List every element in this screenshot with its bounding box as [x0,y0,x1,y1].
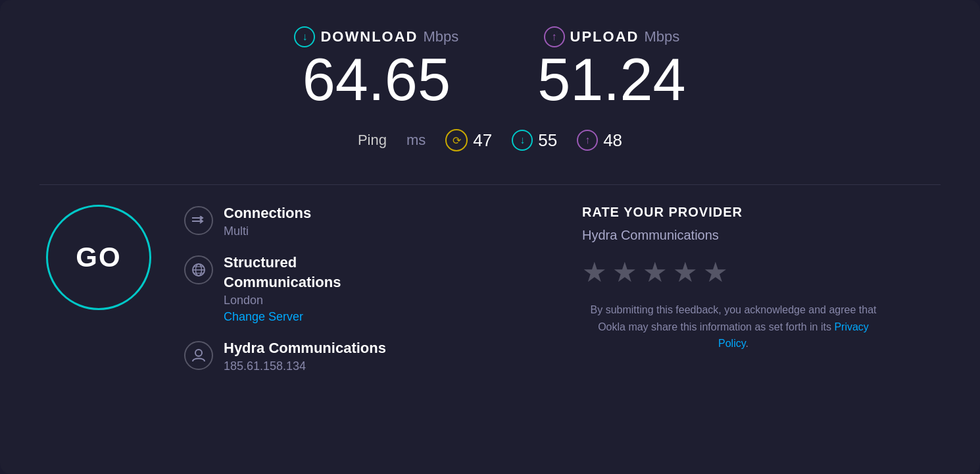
feedback-text: By submitting this feedback, you acknowl… [582,302,885,352]
download-value: 64.65 [303,50,451,109]
download-icon: ↓ [294,26,315,47]
stars-row: ★ ★ ★ ★ ★ [582,256,941,288]
star-2[interactable]: ★ [612,256,637,288]
info-list: Connections Multi [184,205,543,373]
upload-ping-value: 48 [603,130,622,151]
upload-label: UPLOAD [570,28,639,45]
server-title-line2: Communications [224,274,341,291]
upload-icon: ↑ [544,26,565,47]
rating-provider: Hydra Communications [582,228,941,243]
connections-value: Multi [224,224,311,238]
connections-title: Connections [224,205,311,222]
ping-unit: ms [406,132,426,149]
go-button[interactable]: GO [46,205,151,310]
rate-title: RATE YOUR PROVIDER [582,205,941,220]
server-globe-icon [184,255,213,284]
info-columns: Connections Multi [184,205,941,373]
idle-ping-value: 47 [473,130,492,151]
isp-text: Hydra Communications 185.61.158.134 [224,340,386,373]
ping-row: Ping ms ⟳ 47 ↓ 55 ↑ 48 [39,129,941,151]
download-label-row: ↓ DOWNLOAD Mbps [294,26,458,47]
upload-ping-icon: ↑ [577,130,598,151]
server-text: Structured Communications London Change … [224,254,341,324]
download-unit: Mbps [423,28,458,45]
download-ping-value: 55 [538,130,557,151]
connections-text: Connections Multi [224,205,311,238]
upload-label-row: ↑ UPLOAD Mbps [544,26,680,47]
upload-value: 51.24 [537,50,685,109]
connections-icon [184,206,213,235]
idle-ping-item: ⟳ 47 [445,129,492,151]
server-title-line1: Structured [224,254,341,271]
download-ping-icon: ↓ [512,130,533,151]
download-label: DOWNLOAD [320,28,418,45]
divider [39,184,941,185]
idle-ping-icon: ⟳ [445,129,468,151]
upload-ping-item: ↑ 48 [577,130,622,151]
upload-unit: Mbps [644,28,679,45]
upload-block: ↑ UPLOAD Mbps 51.24 [537,26,685,109]
main-container: ↓ DOWNLOAD Mbps 64.65 ↑ UPLOAD Mbps 51.2… [0,0,980,474]
isp-item: Hydra Communications 185.61.158.134 [184,340,543,373]
server-item: Structured Communications London Change … [184,254,543,324]
speeds-row: ↓ DOWNLOAD Mbps 64.65 ↑ UPLOAD Mbps 51.2… [39,26,941,109]
star-4[interactable]: ★ [673,256,698,288]
change-server-link[interactable]: Change Server [224,310,341,324]
rating-section: RATE YOUR PROVIDER Hydra Communications … [556,205,941,373]
isp-ip: 185.61.158.134 [224,359,386,373]
bottom-section: GO Connections [39,205,941,373]
isp-person-icon [184,341,213,370]
ping-label: Ping [358,132,387,149]
download-ping-item: ↓ 55 [512,130,557,151]
feedback-period: . [746,338,748,349]
connections-item: Connections Multi [184,205,543,238]
go-button-wrapper: GO [39,205,158,310]
star-1[interactable]: ★ [582,256,607,288]
star-5[interactable]: ★ [703,256,728,288]
svg-point-7 [195,350,202,356]
isp-title: Hydra Communications [224,340,386,357]
server-location: London [224,294,341,307]
download-block: ↓ DOWNLOAD Mbps 64.65 [294,26,458,109]
star-3[interactable]: ★ [643,256,668,288]
